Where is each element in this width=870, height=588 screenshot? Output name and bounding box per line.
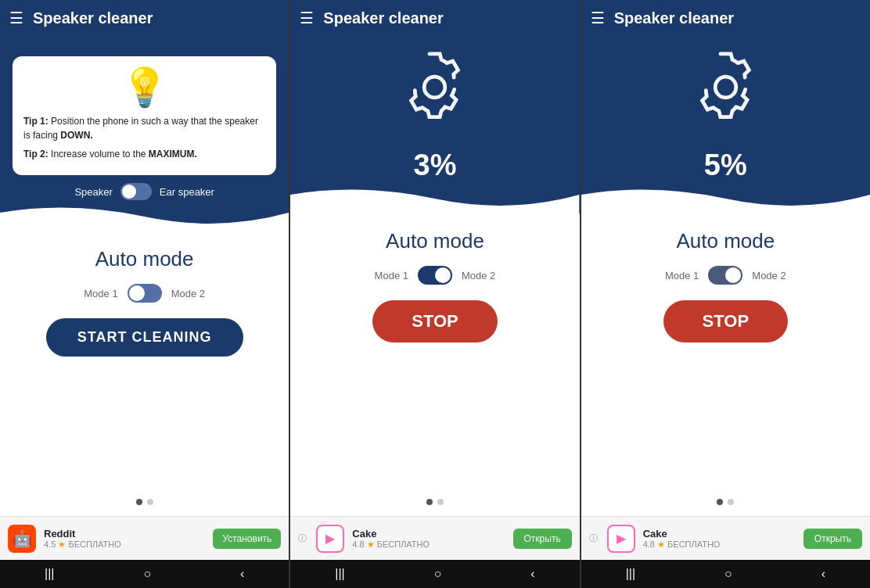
gear-icon: [397, 50, 472, 141]
mode-toggle-row: Mode 1 Mode 2: [375, 266, 496, 285]
mode-label: Auto mode: [95, 247, 194, 271]
progress-percent: 5%: [704, 149, 747, 182]
mode-label: Auto mode: [386, 229, 484, 253]
ad-info: Cake 4.8 ★ БЕСПЛАТНО: [352, 528, 505, 550]
nav-recent-icon[interactable]: |||: [45, 567, 54, 581]
tip-card: 💡 Tip 1: Position the phone in such a wa…: [13, 56, 276, 175]
mode-toggle[interactable]: [128, 284, 162, 303]
mode2-label: Mode 2: [462, 270, 495, 281]
open-button[interactable]: Открыть: [513, 529, 572, 549]
pagination-dot-1[interactable]: [717, 499, 723, 505]
white-area: Auto mode Mode 1 Mode 2 STOP: [290, 213, 579, 516]
ad-banner: ⓘ ▶ Cake 4.8 ★ БЕСПЛАТНО Открыть: [581, 516, 870, 560]
start-cleaning-button[interactable]: START CLEANING: [46, 318, 243, 357]
ad-logo: ▶: [316, 525, 344, 553]
pagination-dot-1[interactable]: [426, 499, 433, 505]
ad-rating: 4.8 ★ БЕСПЛАТНО: [352, 540, 505, 550]
ad-star-icon: ★: [367, 540, 375, 549]
ad-star-icon: ★: [657, 540, 665, 549]
nav-back-icon[interactable]: ‹: [240, 567, 244, 581]
ad-name: Cake: [643, 528, 796, 540]
ad-info-icon[interactable]: ⓘ: [298, 532, 307, 544]
stop-button[interactable]: STOP: [372, 300, 498, 342]
nav-bar: |||○‹: [0, 560, 289, 588]
wave-divider: [0, 201, 289, 232]
nav-bar: |||○‹: [290, 560, 579, 588]
open-button[interactable]: Открыть: [803, 529, 862, 549]
hamburger-icon[interactable]: ☰: [300, 9, 314, 27]
ad-info-icon[interactable]: ⓘ: [589, 532, 598, 544]
nav-bar: |||○‹: [581, 560, 870, 588]
ad-logo: ▶: [607, 525, 635, 553]
pagination-dot-2[interactable]: [437, 499, 444, 505]
white-area: Auto mode Mode 1 Mode 2 START CLEANING: [0, 231, 289, 516]
mode-toggle[interactable]: [708, 266, 742, 285]
wave-divider: [290, 183, 579, 214]
hamburger-icon[interactable]: ☰: [591, 9, 605, 27]
app-title: Speaker cleaner: [614, 9, 734, 27]
tip1-text: Tip 1: Position the phone in such a way …: [23, 114, 265, 142]
svg-point-1: [715, 77, 736, 98]
ad-name: Reddit: [44, 528, 205, 540]
ad-info: Reddit 4.5 ★ БЕСПЛАТНО: [44, 528, 205, 550]
wave-divider: [581, 183, 870, 214]
app-header: ☰ Speaker cleaner: [0, 0, 289, 36]
mode-label: Auto mode: [676, 229, 775, 253]
progress-percent: 3%: [414, 149, 457, 182]
mode1-label: Mode 1: [375, 270, 408, 281]
speaker-toggle-row: Speaker Ear speaker: [74, 183, 214, 200]
app-header: ☰ Speaker cleaner: [290, 0, 579, 36]
speaker-toggle[interactable]: [120, 183, 152, 200]
blue-area: 3%: [290, 36, 579, 213]
pagination-dot-2[interactable]: [147, 499, 153, 505]
ad-rating: 4.8 ★ БЕСПЛАТНО: [643, 540, 796, 550]
pagination-dots: [136, 499, 153, 508]
gear-icon: [688, 50, 763, 141]
install-button[interactable]: Установить: [213, 529, 281, 549]
nav-back-icon[interactable]: ‹: [530, 567, 534, 581]
mode2-label: Mode 2: [752, 270, 786, 281]
app-title: Speaker cleaner: [33, 9, 153, 27]
pagination-dot-1[interactable]: [136, 499, 142, 505]
ad-name: Cake: [352, 528, 505, 540]
nav-recent-icon[interactable]: |||: [335, 567, 344, 581]
app-title: Speaker cleaner: [323, 9, 443, 27]
mode2-label: Mode 2: [171, 288, 205, 299]
blue-area: 5%: [581, 36, 870, 213]
mode1-label: Mode 1: [84, 288, 117, 299]
mode-toggle[interactable]: [418, 266, 452, 285]
nav-home-icon[interactable]: ○: [143, 567, 151, 581]
pagination-dot-2[interactable]: [728, 499, 734, 505]
phone-panel-3: ☰ Speaker cleaner 5% Auto mode Mode 1 Mo…: [581, 0, 870, 588]
svg-point-0: [425, 77, 446, 98]
hamburger-icon[interactable]: ☰: [9, 9, 23, 27]
nav-recent-icon[interactable]: |||: [626, 567, 635, 581]
tip2-text: Tip 2: Increase volume to the MAXIMUM.: [23, 147, 265, 161]
nav-home-icon[interactable]: ○: [724, 567, 732, 581]
nav-back-icon[interactable]: ‹: [821, 567, 825, 581]
phone-panel-2: ☰ Speaker cleaner 3% Auto mode Mode 1 Mo…: [290, 0, 581, 588]
speaker-label: Speaker: [74, 186, 112, 198]
mode-toggle-row: Mode 1 Mode 2: [665, 266, 786, 285]
ad-logo: 🤖: [8, 525, 36, 553]
pagination-dots: [426, 499, 444, 508]
ad-info: Cake 4.8 ★ БЕСПЛАТНО: [643, 528, 796, 550]
tip-lightbulb-icon: 💡: [23, 66, 265, 109]
nav-home-icon[interactable]: ○: [434, 567, 442, 581]
mode1-label: Mode 1: [665, 270, 699, 281]
white-area: Auto mode Mode 1 Mode 2 STOP: [581, 213, 870, 516]
mode-toggle-row: Mode 1 Mode 2: [84, 284, 205, 303]
ear-speaker-label: Ear speaker: [160, 186, 214, 198]
phone-panel-1: ☰ Speaker cleaner 💡 Tip 1: Position the …: [0, 0, 290, 588]
app-header: ☰ Speaker cleaner: [581, 0, 870, 36]
blue-area: 💡 Tip 1: Position the phone in such a wa…: [0, 36, 289, 231]
pagination-dots: [717, 499, 734, 508]
ad-rating: 4.5 ★ БЕСПЛАТНО: [44, 540, 205, 550]
ad-star-icon: ★: [58, 540, 66, 549]
ad-banner: 🤖 Reddit 4.5 ★ БЕСПЛАТНО Установить: [0, 516, 289, 560]
stop-button[interactable]: STOP: [663, 300, 789, 342]
ad-banner: ⓘ ▶ Cake 4.8 ★ БЕСПЛАТНО Открыть: [290, 516, 579, 560]
